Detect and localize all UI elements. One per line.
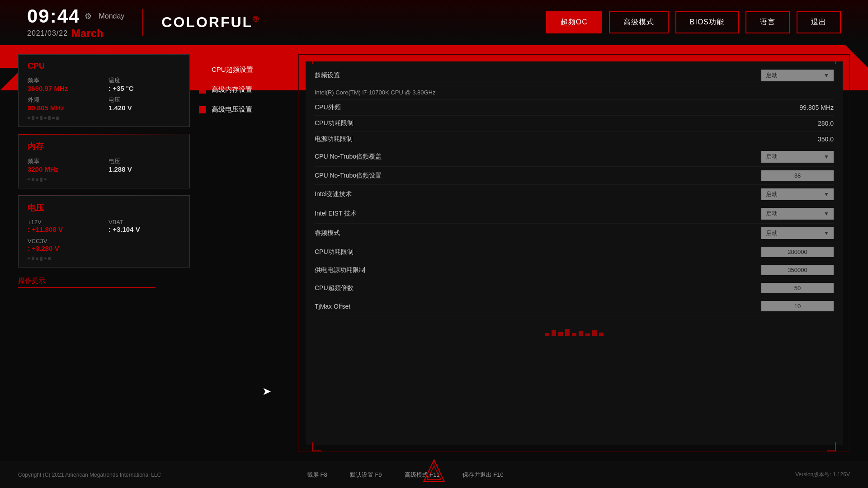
nav-btn-exit[interactable]: 退出 bbox=[797, 11, 841, 33]
menu-item-volt[interactable]: 高级电压设置 bbox=[199, 103, 289, 116]
shortcut-f9: 默认设置 F9 bbox=[350, 471, 382, 479]
header-divider bbox=[142, 9, 143, 36]
main-content: CPU 频率 3690.97 MHz 温度 : +35 °C 外频 99.805… bbox=[0, 45, 868, 461]
setting-dropdown-8[interactable]: 启动 ▼ bbox=[761, 208, 834, 220]
setting-input-10[interactable]: 280000 bbox=[761, 247, 834, 257]
setting-label-11: 供电电源功耗限制 bbox=[315, 266, 761, 274]
settings-row-6: CPU No-Trubo倍频设置 38 bbox=[315, 167, 834, 185]
hint-underline bbox=[18, 287, 156, 288]
middle-panel: CPU超频设置 高级内存设置 高级电压设置 bbox=[199, 54, 289, 452]
settings-container: 超频设置 启动 ▼ Intel(R) Core(TM) i7-10700K CP… bbox=[306, 61, 843, 445]
chevron-down-icon-5: ▼ bbox=[824, 154, 829, 160]
setting-label-9: 睿频模式 bbox=[315, 229, 761, 237]
settings-row-7: Intel变速技术 启动 ▼ bbox=[315, 185, 834, 204]
setting-label-1: Intel(R) Core(TM) i7-10700K CPU @ 3.80GH… bbox=[315, 89, 834, 96]
svg-marker-1 bbox=[427, 466, 441, 479]
settings-row-13: TjMax Offset 10 bbox=[315, 297, 834, 315]
clock-time: 09:44 bbox=[27, 5, 80, 27]
bottom-wave bbox=[315, 329, 834, 336]
setting-dropdown-0[interactable]: 启动 ▼ bbox=[761, 70, 834, 81]
cpu-card-grid: 频率 3690.97 MHz 温度 : +35 °C 外频 99.805 MHz… bbox=[28, 76, 180, 112]
shortcut-f10: 保存并退出 F10 bbox=[462, 471, 504, 479]
brand-name: COLORFUL® bbox=[161, 14, 260, 31]
left-panel: CPU 频率 3690.97 MHz 温度 : +35 °C 外频 99.805… bbox=[18, 54, 190, 452]
frame-corner-bl bbox=[312, 442, 321, 451]
setting-label-2: CPU外频 bbox=[315, 103, 770, 112]
setting-dropdown-9[interactable]: 启动 ▼ bbox=[761, 227, 834, 239]
nav-btn-bios[interactable]: BIOS功能 bbox=[675, 11, 739, 33]
vbat: VBAT : +3.104 V bbox=[108, 219, 180, 233]
clock-section: 09:44 ⚙ Monday 2021/03/22 March bbox=[27, 5, 124, 40]
date: 2021/03/22 bbox=[27, 29, 68, 38]
cpu-card-title: CPU bbox=[28, 61, 180, 71]
shortcut-f8: 截屏 F8 bbox=[307, 471, 327, 479]
voltage-card: 电压 +12V : +11.808 V VBAT : +3.104 V VCC3… bbox=[18, 195, 190, 267]
chevron-down-icon-7: ▼ bbox=[824, 191, 829, 197]
footer-logo bbox=[423, 459, 445, 486]
setting-label-3: CPU功耗限制 bbox=[315, 119, 770, 127]
footer-version: Version版本号: 1.126V bbox=[795, 471, 850, 479]
mem-wave bbox=[28, 178, 180, 181]
chevron-down-icon-9: ▼ bbox=[824, 230, 829, 236]
date-row: 2021/03/22 March bbox=[27, 27, 124, 40]
menu-label-volt: 高级电压设置 bbox=[212, 105, 252, 114]
voltage-wave bbox=[28, 257, 180, 260]
vcc-section: VCC3V : +3.280 V bbox=[28, 238, 180, 252]
operation-hint: 操作提示 bbox=[18, 277, 190, 288]
footer-copyright: Copyright (C) 2021 American Megatrends I… bbox=[18, 472, 161, 478]
footer: Copyright (C) 2021 American Megatrends I… bbox=[0, 461, 868, 488]
settings-row-2: CPU外频 99.805 MHz bbox=[315, 100, 834, 116]
settings-row-5: CPU No-Trubo倍频覆盖 启动 ▼ bbox=[315, 147, 834, 167]
menu-item-oc[interactable]: CPU超频设置 bbox=[199, 63, 289, 76]
time-row: 09:44 ⚙ Monday bbox=[27, 5, 124, 27]
menu-label-mem: 高级内存设置 bbox=[212, 85, 252, 94]
menu-dot-mem bbox=[199, 86, 206, 94]
settings-row-11: 供电电源功耗限制 350000 bbox=[315, 261, 834, 279]
cpu-card: CPU 频率 3690.97 MHz 温度 : +35 °C 外频 99.805… bbox=[18, 54, 190, 127]
frame-corner-br bbox=[827, 442, 836, 451]
setting-dropdown-7[interactable]: 启动 ▼ bbox=[761, 188, 834, 200]
brand: COLORFUL® bbox=[161, 14, 260, 31]
settings-row-9: 睿频模式 启动 ▼ bbox=[315, 224, 834, 243]
day-name: Monday bbox=[99, 12, 124, 20]
setting-dropdown-5[interactable]: 启动 ▼ bbox=[761, 151, 834, 163]
setting-input-13[interactable]: 10 bbox=[761, 301, 834, 311]
menu-label-oc: CPU超频设置 bbox=[212, 66, 253, 74]
chevron-down-icon: ▼ bbox=[824, 72, 829, 79]
gear-icon[interactable]: ⚙ bbox=[85, 11, 92, 21]
memory-card: 内存 频率 3200 MHz 电压 1.288 V bbox=[18, 134, 190, 188]
settings-row-10: CPU功耗限制 280000 bbox=[315, 243, 834, 261]
nav-btn-oc[interactable]: 超频OC bbox=[546, 11, 602, 33]
frame-corner-tr bbox=[827, 55, 836, 64]
mem-voltage: 电压 1.288 V bbox=[108, 157, 180, 173]
memory-card-grid: 频率 3200 MHz 电压 1.288 V bbox=[28, 157, 180, 173]
nav-btn-advanced[interactable]: 高级模式 bbox=[609, 11, 669, 33]
voltage-card-grid: +12V : +11.808 V VBAT : +3.104 V bbox=[28, 219, 180, 233]
settings-row-1: Intel(R) Core(TM) i7-10700K CPU @ 3.80GH… bbox=[315, 85, 834, 100]
v12: +12V : +11.808 V bbox=[28, 219, 99, 233]
setting-label-12: CPU超频倍数 bbox=[315, 284, 761, 292]
memory-card-title: 内存 bbox=[28, 141, 180, 152]
cpu-extfreq-label: 外频 99.805 MHz bbox=[28, 96, 99, 112]
right-frame: 超频设置 启动 ▼ Intel(R) Core(TM) i7-10700K CP… bbox=[298, 54, 850, 452]
menu-dot-volt bbox=[199, 106, 206, 113]
setting-label-7: Intel变速技术 bbox=[315, 190, 761, 198]
setting-input-11[interactable]: 350000 bbox=[761, 265, 834, 275]
nav-btn-language[interactable]: 语言 bbox=[745, 11, 790, 33]
menu-item-mem[interactable]: 高级内存设置 bbox=[199, 83, 289, 96]
setting-label-6: CPU No-Trubo倍频设置 bbox=[315, 172, 761, 180]
frame-corner-tl bbox=[312, 55, 321, 64]
setting-input-6[interactable]: 38 bbox=[761, 170, 834, 181]
mem-freq: 频率 3200 MHz bbox=[28, 157, 99, 173]
settings-row-0: 超频设置 启动 ▼ bbox=[315, 66, 834, 85]
settings-row-3: CPU功耗限制 280.0 bbox=[315, 116, 834, 131]
voltage-card-title: 电压 bbox=[28, 202, 180, 213]
setting-label-13: TjMax Offset bbox=[315, 303, 761, 310]
cpu-voltage-label: 电压 1.420 V bbox=[108, 96, 180, 112]
setting-input-12[interactable]: 50 bbox=[761, 283, 834, 293]
header: 09:44 ⚙ Monday 2021/03/22 March COLORFUL… bbox=[0, 0, 868, 45]
settings-row-12: CPU超频倍数 50 bbox=[315, 279, 834, 297]
chevron-down-icon-8: ▼ bbox=[824, 211, 829, 217]
month-name: March bbox=[71, 27, 104, 40]
setting-label-4: 电源功耗限制 bbox=[315, 135, 770, 143]
